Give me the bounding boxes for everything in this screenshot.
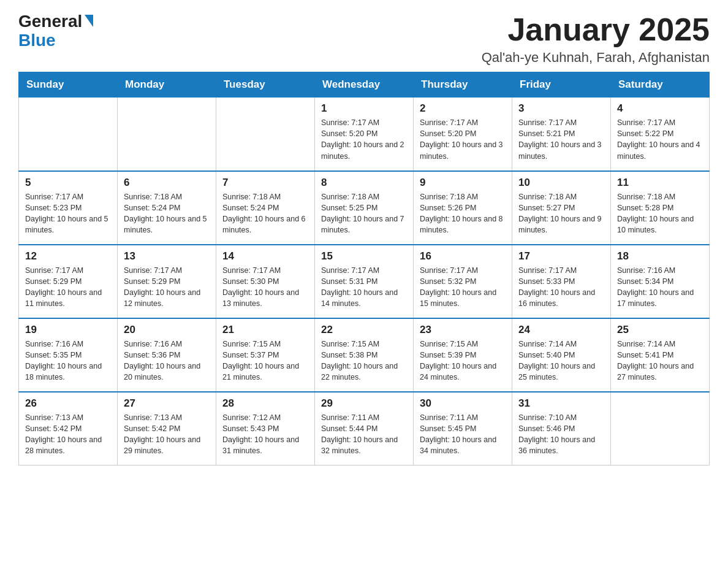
day-number: 21 <box>222 324 308 336</box>
day-info: Sunrise: 7:14 AM Sunset: 5:40 PM Dayligh… <box>518 339 604 383</box>
calendar-cell: 27Sunrise: 7:13 AM Sunset: 5:42 PM Dayli… <box>118 392 216 465</box>
weekday-header-friday: Friday <box>512 72 611 98</box>
calendar-cell: 6Sunrise: 7:18 AM Sunset: 5:24 PM Daylig… <box>118 171 216 245</box>
day-number: 1 <box>321 102 407 115</box>
day-number: 29 <box>321 397 407 410</box>
day-info: Sunrise: 7:17 AM Sunset: 5:22 PM Dayligh… <box>617 117 703 162</box>
calendar-cell: 18Sunrise: 7:16 AM Sunset: 5:34 PM Dayli… <box>611 245 710 318</box>
day-number: 9 <box>420 177 506 189</box>
calendar-week-row: 19Sunrise: 7:16 AM Sunset: 5:35 PM Dayli… <box>19 318 710 392</box>
logo-triangle-icon <box>85 15 93 27</box>
title-area: January 2025 Qal'ah-ye Kuhnah, Farah, Af… <box>482 12 710 66</box>
day-number: 19 <box>25 324 111 336</box>
day-number: 3 <box>518 102 604 115</box>
day-number: 12 <box>25 250 111 262</box>
weekday-header-sunday: Sunday <box>19 72 118 98</box>
calendar-cell <box>118 98 216 171</box>
weekday-header-thursday: Thursday <box>414 72 512 98</box>
day-info: Sunrise: 7:17 AM Sunset: 5:30 PM Dayligh… <box>222 265 308 310</box>
day-number: 15 <box>321 250 407 262</box>
day-info: Sunrise: 7:15 AM Sunset: 5:37 PM Dayligh… <box>222 339 308 383</box>
calendar-cell: 31Sunrise: 7:10 AM Sunset: 5:46 PM Dayli… <box>512 392 611 465</box>
calendar-cell <box>19 98 118 171</box>
day-number: 5 <box>25 177 111 189</box>
logo: General Blue <box>18 12 93 50</box>
calendar-cell: 23Sunrise: 7:15 AM Sunset: 5:39 PM Dayli… <box>414 318 512 392</box>
weekday-header-wednesday: Wednesday <box>315 72 414 98</box>
day-number: 10 <box>518 177 604 189</box>
day-number: 28 <box>222 397 308 410</box>
calendar-cell: 19Sunrise: 7:16 AM Sunset: 5:35 PM Dayli… <box>19 318 118 392</box>
day-number: 8 <box>321 177 407 189</box>
day-info: Sunrise: 7:14 AM Sunset: 5:41 PM Dayligh… <box>617 339 703 383</box>
calendar-cell: 16Sunrise: 7:17 AM Sunset: 5:32 PM Dayli… <box>414 245 512 318</box>
day-number: 16 <box>420 250 506 262</box>
calendar-cell: 30Sunrise: 7:11 AM Sunset: 5:45 PM Dayli… <box>414 392 512 465</box>
calendar-cell: 3Sunrise: 7:17 AM Sunset: 5:21 PM Daylig… <box>512 98 611 171</box>
day-number: 2 <box>420 102 506 115</box>
day-info: Sunrise: 7:13 AM Sunset: 5:42 PM Dayligh… <box>25 412 111 457</box>
day-number: 23 <box>420 324 506 336</box>
day-info: Sunrise: 7:17 AM Sunset: 5:21 PM Dayligh… <box>518 117 604 162</box>
logo-general-text: General <box>18 12 82 31</box>
day-info: Sunrise: 7:15 AM Sunset: 5:39 PM Dayligh… <box>420 339 506 383</box>
day-number: 4 <box>617 102 703 115</box>
day-number: 30 <box>420 397 506 410</box>
calendar-cell: 14Sunrise: 7:17 AM Sunset: 5:30 PM Dayli… <box>216 245 315 318</box>
location-subtitle: Qal'ah-ye Kuhnah, Farah, Afghanistan <box>482 50 710 66</box>
calendar-cell: 15Sunrise: 7:17 AM Sunset: 5:31 PM Dayli… <box>315 245 414 318</box>
day-info: Sunrise: 7:18 AM Sunset: 5:24 PM Dayligh… <box>124 191 210 236</box>
weekday-header-row: SundayMondayTuesdayWednesdayThursdayFrid… <box>19 72 710 98</box>
day-info: Sunrise: 7:18 AM Sunset: 5:25 PM Dayligh… <box>321 191 407 236</box>
day-number: 7 <box>222 177 308 189</box>
calendar-cell: 13Sunrise: 7:17 AM Sunset: 5:29 PM Dayli… <box>118 245 216 318</box>
calendar-cell: 26Sunrise: 7:13 AM Sunset: 5:42 PM Dayli… <box>19 392 118 465</box>
day-number: 17 <box>518 250 604 262</box>
day-info: Sunrise: 7:17 AM Sunset: 5:32 PM Dayligh… <box>420 265 506 310</box>
logo-blue-text: Blue <box>18 31 56 50</box>
calendar-table: SundayMondayTuesdayWednesdayThursdayFrid… <box>18 72 710 465</box>
day-info: Sunrise: 7:10 AM Sunset: 5:46 PM Dayligh… <box>518 412 604 457</box>
weekday-header-tuesday: Tuesday <box>216 72 315 98</box>
calendar-cell: 20Sunrise: 7:16 AM Sunset: 5:36 PM Dayli… <box>118 318 216 392</box>
calendar-cell: 29Sunrise: 7:11 AM Sunset: 5:44 PM Dayli… <box>315 392 414 465</box>
day-info: Sunrise: 7:17 AM Sunset: 5:31 PM Dayligh… <box>321 265 407 310</box>
day-number: 20 <box>124 324 210 336</box>
day-info: Sunrise: 7:16 AM Sunset: 5:36 PM Dayligh… <box>124 339 210 383</box>
weekday-header-monday: Monday <box>118 72 216 98</box>
day-info: Sunrise: 7:13 AM Sunset: 5:42 PM Dayligh… <box>124 412 210 457</box>
calendar-week-row: 5Sunrise: 7:17 AM Sunset: 5:23 PM Daylig… <box>19 171 710 245</box>
calendar-week-row: 26Sunrise: 7:13 AM Sunset: 5:42 PM Dayli… <box>19 392 710 465</box>
calendar-cell: 4Sunrise: 7:17 AM Sunset: 5:22 PM Daylig… <box>611 98 710 171</box>
day-number: 14 <box>222 250 308 262</box>
day-number: 18 <box>617 250 703 262</box>
day-info: Sunrise: 7:12 AM Sunset: 5:43 PM Dayligh… <box>222 412 308 457</box>
calendar-cell <box>216 98 315 171</box>
day-number: 22 <box>321 324 407 336</box>
day-info: Sunrise: 7:11 AM Sunset: 5:44 PM Dayligh… <box>321 412 407 457</box>
calendar-cell <box>611 392 710 465</box>
day-number: 24 <box>518 324 604 336</box>
calendar-cell: 7Sunrise: 7:18 AM Sunset: 5:24 PM Daylig… <box>216 171 315 245</box>
day-number: 27 <box>124 397 210 410</box>
day-number: 31 <box>518 397 604 410</box>
page-header: General Blue January 2025 Qal'ah-ye Kuhn… <box>18 12 710 66</box>
calendar-week-row: 1Sunrise: 7:17 AM Sunset: 5:20 PM Daylig… <box>19 98 710 171</box>
calendar-cell: 21Sunrise: 7:15 AM Sunset: 5:37 PM Dayli… <box>216 318 315 392</box>
day-number: 11 <box>617 177 703 189</box>
calendar-cell: 10Sunrise: 7:18 AM Sunset: 5:27 PM Dayli… <box>512 171 611 245</box>
day-info: Sunrise: 7:17 AM Sunset: 5:29 PM Dayligh… <box>25 265 111 310</box>
calendar-cell: 12Sunrise: 7:17 AM Sunset: 5:29 PM Dayli… <box>19 245 118 318</box>
day-number: 26 <box>25 397 111 410</box>
calendar-cell: 5Sunrise: 7:17 AM Sunset: 5:23 PM Daylig… <box>19 171 118 245</box>
calendar-cell: 8Sunrise: 7:18 AM Sunset: 5:25 PM Daylig… <box>315 171 414 245</box>
day-info: Sunrise: 7:18 AM Sunset: 5:27 PM Dayligh… <box>518 191 604 236</box>
calendar-cell: 22Sunrise: 7:15 AM Sunset: 5:38 PM Dayli… <box>315 318 414 392</box>
day-info: Sunrise: 7:11 AM Sunset: 5:45 PM Dayligh… <box>420 412 506 457</box>
calendar-cell: 24Sunrise: 7:14 AM Sunset: 5:40 PM Dayli… <box>512 318 611 392</box>
day-info: Sunrise: 7:17 AM Sunset: 5:33 PM Dayligh… <box>518 265 604 310</box>
calendar-cell: 2Sunrise: 7:17 AM Sunset: 5:20 PM Daylig… <box>414 98 512 171</box>
day-info: Sunrise: 7:17 AM Sunset: 5:29 PM Dayligh… <box>124 265 210 310</box>
calendar-cell: 28Sunrise: 7:12 AM Sunset: 5:43 PM Dayli… <box>216 392 315 465</box>
day-info: Sunrise: 7:17 AM Sunset: 5:20 PM Dayligh… <box>420 117 506 162</box>
